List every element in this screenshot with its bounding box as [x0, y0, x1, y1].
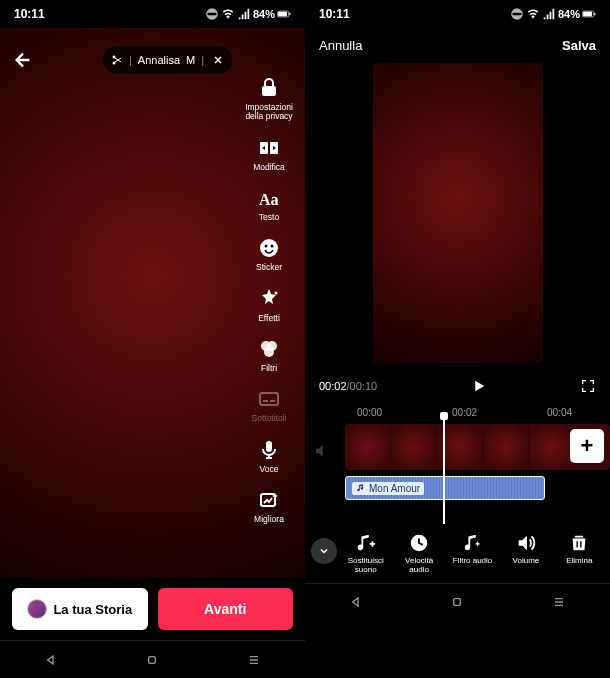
preview-area: [305, 59, 610, 367]
nav-recent-icon[interactable]: [551, 594, 567, 610]
tool-sottotitoli[interactable]: Sottotitoli: [241, 387, 297, 423]
signal-icon: [237, 7, 251, 21]
battery-text: 84%: [558, 8, 580, 20]
svg-text:Aa: Aa: [259, 191, 279, 208]
status-icons: 84%: [205, 7, 291, 21]
svg-point-12: [265, 245, 268, 248]
nav-recent-icon[interactable]: [246, 652, 262, 668]
playhead[interactable]: [443, 416, 445, 524]
video-preview[interactable]: [373, 63, 543, 363]
nav-home-icon[interactable]: [449, 594, 465, 610]
editor-canvas: | Annalisa M | Impostazioni della privac…: [0, 28, 305, 578]
play-icon[interactable]: [470, 377, 488, 395]
lock-icon: [257, 76, 281, 100]
music-note-icon: [356, 483, 366, 493]
svg-rect-18: [260, 393, 278, 405]
status-time: 10:11: [14, 7, 45, 21]
video-frame: [483, 424, 529, 470]
tool-velocita[interactable]: Velocità audio: [394, 532, 443, 575]
cancel-button[interactable]: Annulla: [319, 38, 362, 53]
scissor-icon: [111, 54, 123, 66]
screen-audio-editor: 10:11 84% Annulla Salva 00:02/00:10 00:0…: [305, 0, 610, 678]
right-toolbar: Impostazioni della privacy Modifica Aa T…: [241, 76, 297, 524]
nav-back-icon[interactable]: [43, 652, 59, 668]
tool-filtri[interactable]: Filtri: [241, 337, 297, 373]
status-time: 10:11: [319, 7, 350, 21]
time-display: 00:02/00:10: [319, 380, 377, 392]
svg-rect-26: [594, 13, 595, 15]
screen-post-editor: 10:11 84% | Annalisa M |: [0, 0, 305, 678]
effects-icon: [257, 287, 281, 311]
svg-rect-1: [278, 12, 287, 17]
tool-voce[interactable]: Voce: [241, 438, 297, 474]
nav-back-icon[interactable]: [348, 594, 364, 610]
fullscreen-icon[interactable]: [580, 378, 596, 394]
svg-point-11: [260, 239, 278, 257]
system-nav: [0, 640, 305, 678]
close-icon[interactable]: [212, 54, 224, 66]
tool-modifica[interactable]: Modifica: [241, 136, 297, 172]
system-nav: [305, 583, 610, 621]
svg-rect-5: [262, 86, 276, 96]
editor-top-row: | Annalisa M |: [12, 46, 293, 74]
story-button[interactable]: La tua Storia: [12, 588, 148, 630]
svg-rect-20: [270, 400, 275, 402]
audio-title: Mon Amour: [369, 483, 420, 494]
enhance-icon: [257, 488, 281, 512]
sound-replace-icon: [355, 532, 377, 554]
filters-icon: [257, 337, 281, 361]
audio-track[interactable]: Mon Amour: [345, 476, 545, 500]
svg-rect-19: [263, 400, 268, 402]
svg-rect-28: [454, 599, 461, 606]
sticker-icon: [257, 236, 281, 260]
mute-icon[interactable]: [313, 442, 331, 460]
cc-icon: [257, 387, 281, 411]
audio-filter-icon: [462, 532, 484, 554]
next-button[interactable]: Avanti: [158, 588, 294, 630]
video-frame: [345, 424, 391, 470]
bottom-actions: La tua Storia Avanti: [0, 578, 305, 640]
video-frame: [529, 424, 575, 470]
svg-point-13: [271, 245, 274, 248]
svg-rect-2: [289, 13, 290, 15]
tool-sostituisci[interactable]: Sostituisci suono: [341, 532, 390, 575]
music-pill[interactable]: | Annalisa M |: [103, 46, 232, 74]
tool-sticker[interactable]: Sticker: [241, 236, 297, 272]
save-button[interactable]: Salva: [562, 38, 596, 53]
signal-icon: [542, 7, 556, 21]
svg-rect-25: [583, 12, 592, 17]
trash-icon: [568, 532, 590, 554]
text-icon: Aa: [257, 186, 281, 210]
status-icons: 84%: [510, 7, 596, 21]
collapse-button[interactable]: [311, 538, 337, 564]
dnd-icon: [205, 7, 219, 21]
tool-testo[interactable]: Aa Testo: [241, 186, 297, 222]
dnd-icon: [510, 7, 524, 21]
add-clip-button[interactable]: +: [570, 429, 604, 463]
svg-rect-23: [149, 656, 156, 663]
timeline-tracks: + Mon Amour: [305, 424, 610, 524]
mic-icon: [257, 438, 281, 462]
tool-filtro[interactable]: Filtro audio: [448, 532, 497, 566]
avatar: [27, 599, 47, 619]
tool-volume[interactable]: Volume: [501, 532, 550, 566]
editor-header: Annulla Salva: [305, 28, 610, 59]
volume-icon: [515, 532, 537, 554]
tool-effetti[interactable]: Effetti: [241, 287, 297, 323]
audio-tools: Sostituisci suono Velocità audio Filtro …: [305, 524, 610, 583]
tool-elimina[interactable]: Elimina: [555, 532, 604, 566]
wifi-icon: [526, 7, 540, 21]
edit-icon: [257, 136, 281, 160]
wifi-icon: [221, 7, 235, 21]
music-track: M: [186, 54, 195, 66]
battery-icon: [582, 7, 596, 21]
battery-icon: [277, 7, 291, 21]
nav-home-icon[interactable]: [144, 652, 160, 668]
status-bar: 10:11 84%: [0, 0, 305, 28]
tool-privacy[interactable]: Impostazioni della privacy: [241, 76, 297, 122]
svg-point-17: [264, 347, 274, 357]
speed-icon: [408, 532, 430, 554]
back-icon[interactable]: [12, 49, 34, 71]
svg-point-14: [275, 291, 278, 294]
tool-migliora[interactable]: Migliora: [241, 488, 297, 524]
